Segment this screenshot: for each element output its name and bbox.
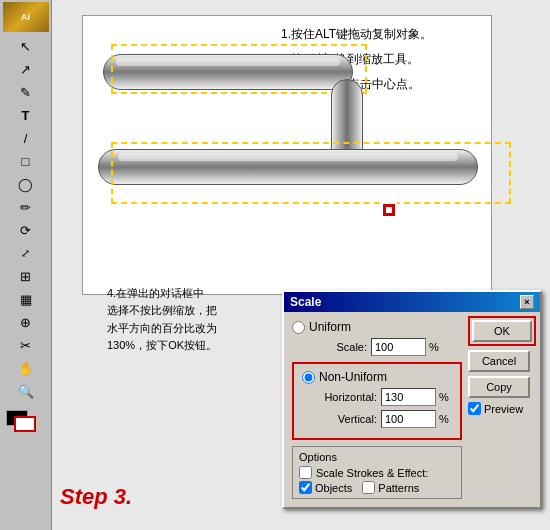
- non-uniform-radio[interactable]: [302, 371, 315, 384]
- preview-row: Preview: [468, 402, 536, 415]
- app-logo: Ai: [3, 2, 49, 32]
- scale-dialog: Scale × OK Cancel Copy Preview Uni: [282, 290, 542, 509]
- patterns-checkbox[interactable]: [362, 481, 375, 494]
- vertical-field-row: Vertical: %: [302, 410, 452, 428]
- tool-brush[interactable]: ✏: [2, 196, 50, 218]
- options-title: Options: [299, 451, 455, 463]
- tool-scissors[interactable]: ✂: [2, 334, 50, 356]
- tool-warp[interactable]: ⊞: [2, 265, 50, 287]
- scale-strokes-label: Scale Strokes & Effect:: [316, 467, 428, 479]
- cancel-button[interactable]: Cancel: [468, 350, 530, 372]
- objects-checkbox[interactable]: [299, 481, 312, 494]
- dialog-body: OK Cancel Copy Preview Uniform Scale:: [284, 312, 540, 507]
- center-point-indicator: [381, 202, 397, 218]
- vertical-label: Vertical:: [302, 413, 377, 425]
- uniform-label: Uniform: [309, 320, 351, 334]
- dialog-titlebar: Scale ×: [284, 292, 540, 312]
- objects-label: Objects: [315, 482, 352, 494]
- non-uniform-section: Non-Uniform Horizontal: % Vertical: %: [292, 362, 462, 440]
- tool-scale[interactable]: ⤢: [2, 242, 50, 264]
- tool-hand[interactable]: ✋: [2, 357, 50, 379]
- scale-input[interactable]: [371, 338, 426, 356]
- patterns-label: Patterns: [378, 482, 419, 494]
- tool-zoom[interactable]: 🔍: [2, 380, 50, 402]
- copy-button[interactable]: Copy: [468, 376, 530, 398]
- tool-ellipse[interactable]: ◯: [2, 173, 50, 195]
- scale-unit: %: [429, 341, 439, 353]
- tool-rect[interactable]: □: [2, 150, 50, 172]
- dialog-close-button[interactable]: ×: [520, 295, 534, 309]
- scale-strokes-checkbox[interactable]: [299, 466, 312, 479]
- tool-rotate[interactable]: ⟳: [2, 219, 50, 241]
- vertical-unit: %: [439, 413, 449, 425]
- uniform-radio[interactable]: [292, 321, 305, 334]
- tool-graph[interactable]: ▦: [2, 288, 50, 310]
- horizontal-label: Horizontal:: [302, 391, 377, 403]
- top-horizontal-pipe: [103, 54, 353, 90]
- chinese-text-line2: 选择不按比例缩放，把: [107, 302, 237, 320]
- bottom-horizontal-pipe: [98, 149, 478, 185]
- ok-button[interactable]: OK: [472, 320, 532, 342]
- scale-field-row: Scale: %: [292, 338, 462, 356]
- dialog-buttons: OK Cancel Copy Preview: [468, 316, 536, 415]
- tool-gradient[interactable]: ⊕: [2, 311, 50, 333]
- white-canvas: 1.按住ALT键拖动复制对象。 2.按S键切换到缩放工具。 3.按住ALT键点击…: [82, 15, 492, 295]
- top-pipe-group: [103, 54, 353, 90]
- horizontal-input[interactable]: [381, 388, 436, 406]
- objects-item: Objects: [299, 481, 352, 494]
- preview-checkbox[interactable]: [468, 402, 481, 415]
- tool-direct-select[interactable]: ↗: [2, 58, 50, 80]
- step-label: Step 3.: [60, 484, 132, 510]
- bottom-pipe-group: [98, 149, 478, 185]
- vertical-input[interactable]: [381, 410, 436, 428]
- objects-patterns-row: Objects Patterns: [299, 481, 455, 494]
- fill-stroke[interactable]: [3, 407, 49, 435]
- uniform-radio-row: Uniform: [292, 320, 462, 334]
- preview-label: Preview: [484, 403, 523, 415]
- non-uniform-label: Non-Uniform: [319, 370, 387, 384]
- chinese-text-line4: 130%，按下OK按钮。: [107, 337, 237, 355]
- horizontal-field-row: Horizontal: %: [302, 388, 452, 406]
- scale-strokes-row: Scale Strokes & Effect:: [299, 466, 455, 479]
- logo-text: Ai: [21, 12, 30, 22]
- options-section: Options Scale Strokes & Effect: Objects …: [292, 446, 462, 499]
- toolbar: Ai ↖ ↗ ✎ T / □ ◯ ✏ ⟳ ⤢ ⊞ ▦ ⊕ ✂ ✋ 🔍: [0, 0, 52, 530]
- uniform-section: Uniform Scale: %: [292, 320, 462, 356]
- tool-pen[interactable]: ✎: [2, 81, 50, 103]
- patterns-item: Patterns: [362, 481, 419, 494]
- non-uniform-radio-row: Non-Uniform: [302, 370, 452, 384]
- chinese-instruction: 4.在弹出的对话框中 选择不按比例缩放，把 水平方向的百分比改为 130%，按下…: [107, 285, 237, 355]
- tool-text[interactable]: T: [2, 104, 50, 126]
- dialog-title: Scale: [290, 295, 321, 309]
- scale-label: Scale:: [292, 341, 367, 353]
- canvas-area: 1.按住ALT键拖动复制对象。 2.按S键切换到缩放工具。 3.按住ALT键点击…: [52, 0, 550, 530]
- tool-line[interactable]: /: [2, 127, 50, 149]
- instruction-1: 1.按住ALT键拖动复制对象。: [281, 26, 481, 43]
- chinese-text-line3: 水平方向的百分比改为: [107, 320, 237, 338]
- tool-select[interactable]: ↖: [2, 35, 50, 57]
- chinese-text-line1: 4.在弹出的对话框中: [107, 285, 237, 303]
- horizontal-unit: %: [439, 391, 449, 403]
